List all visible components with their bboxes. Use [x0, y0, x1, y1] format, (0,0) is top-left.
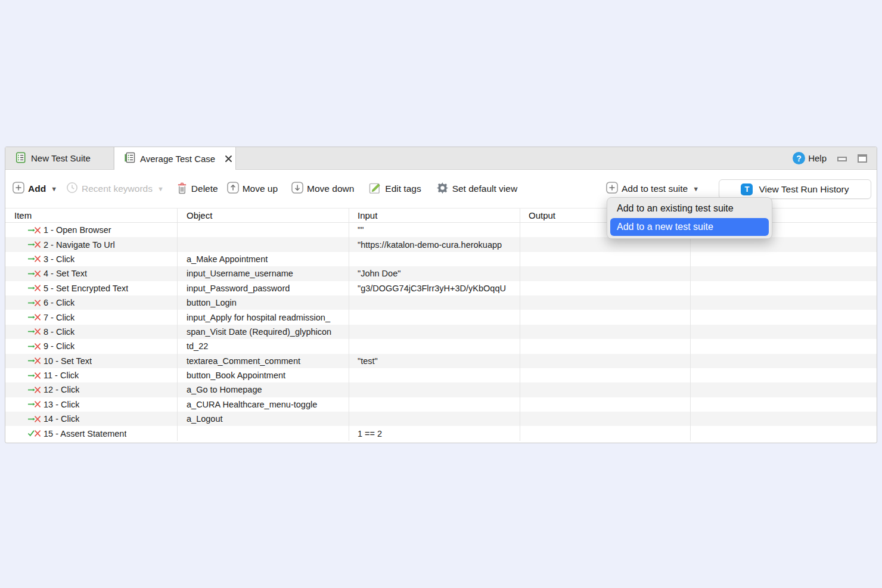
tab-new-test-suite[interactable]: New Test Suite [5, 147, 114, 169]
step-input-cell [349, 412, 520, 426]
tabbar-controls: ? Help [793, 147, 877, 169]
table-row[interactable]: 2 - Navigate To Url"https://katalon-demo… [5, 237, 877, 251]
step-object-cell: button_Book Appointment [178, 368, 349, 382]
step-output-cell [520, 310, 691, 324]
step-output-cell [520, 281, 691, 295]
step-output-cell [520, 295, 691, 310]
step-output-cell [520, 325, 691, 339]
menu-item-add-new-test-suite[interactable]: Add to a new test suite [610, 218, 769, 236]
step-extra-cell [691, 237, 877, 251]
edit-tags-button[interactable]: Edit tags [369, 182, 421, 197]
step-extra-cell [691, 368, 877, 382]
step-extra-cell [691, 252, 877, 266]
step-arrow-x-icon [27, 241, 44, 248]
step-input-cell [349, 368, 520, 382]
table-row[interactable]: 3 - Clicka_Make Appointment [5, 252, 877, 266]
table-row[interactable]: 13 - Clicka_CURA Healthcare_menu-toggle [5, 397, 877, 412]
menu-item-add-existing-test-suite[interactable]: Add to an existing test suite [607, 199, 772, 218]
plus-square-icon [13, 182, 24, 196]
close-tab-icon[interactable] [225, 155, 232, 163]
steps-body: 1 - Open Browser""2 - Navigate To Url"ht… [5, 223, 877, 441]
step-arrow-x-icon [27, 284, 44, 292]
set-default-view-button[interactable]: Set default view [436, 182, 517, 197]
step-extra-cell [691, 281, 877, 295]
step-label: 4 - Set Text [44, 269, 87, 278]
column-header-item: Item [5, 209, 178, 222]
recent-keywords-button[interactable]: Recent keywords ▼ [66, 182, 164, 196]
move-up-button[interactable]: Move up [227, 182, 278, 196]
step-input-cell [349, 325, 520, 339]
step-label: 6 - Click [44, 298, 74, 307]
step-arrow-x-icon [27, 386, 44, 394]
delete-label: Delete [191, 183, 218, 194]
step-extra-cell [691, 339, 877, 353]
step-extra-cell [691, 354, 877, 368]
step-arrow-x-icon [27, 270, 44, 278]
step-item-cell: 9 - Click [5, 339, 178, 353]
step-label: 3 - Click [44, 254, 74, 264]
table-row[interactable]: 7 - Clickinput_Apply for hospital readmi… [5, 310, 877, 324]
step-label: 12 - Click [44, 385, 79, 394]
step-input-cell: "test" [349, 354, 520, 368]
step-object-cell: input_Apply for hospital readmission_ [178, 310, 349, 324]
table-row[interactable]: 11 - Clickbutton_Book Appointment [5, 368, 877, 382]
step-arrow-x-icon [27, 313, 44, 321]
step-label: 14 - Click [44, 414, 79, 424]
table-row[interactable]: 6 - Clickbutton_Login [5, 295, 877, 310]
step-arrow-x-icon [27, 299, 44, 307]
testops-icon: T [741, 183, 753, 195]
step-arrow-x-icon [27, 357, 44, 365]
tab-average-test-case[interactable]: Average Test Case [114, 147, 236, 170]
katalon-editor-window: New Test Suite Average Test Case ? [5, 147, 877, 443]
step-item-cell: 8 - Click [5, 325, 178, 339]
step-arrow-x-icon [27, 400, 44, 408]
step-output-cell [520, 354, 691, 368]
step-object-cell: textarea_Comment_comment [178, 354, 349, 368]
chevron-down-icon: ▼ [692, 185, 699, 192]
table-row[interactable]: 4 - Set Textinput_Username_username"John… [5, 266, 877, 281]
step-output-cell [520, 237, 691, 251]
column-header-input: Input [349, 209, 520, 222]
table-row[interactable]: 5 - Set Encrypted Textinput_Password_pas… [5, 281, 877, 295]
delete-button[interactable]: Delete [176, 182, 218, 197]
step-extra-cell [691, 295, 877, 310]
test-case-icon [124, 152, 135, 165]
add-to-test-suite-label: Add to test suite [622, 183, 688, 194]
step-input-cell: "g3/DOGG74jC3Flrr3yH+3D/yKbOqqU [349, 281, 520, 295]
step-arrow-x-icon [27, 415, 44, 423]
add-button[interactable]: Add ▼ [13, 182, 57, 196]
table-row[interactable]: 12 - Clicka_Go to Homepage [5, 382, 877, 397]
trash-icon [176, 182, 188, 197]
table-row[interactable]: 14 - Clicka_Logout [5, 412, 877, 426]
step-label: 10 - Set Text [44, 356, 92, 366]
pencil-icon [369, 182, 381, 197]
minimize-icon[interactable] [837, 157, 847, 161]
step-output-cell [520, 397, 691, 412]
step-output-cell [520, 252, 691, 266]
move-down-button[interactable]: Move down [291, 182, 354, 196]
move-up-label: Move up [243, 183, 278, 194]
step-output-cell [520, 266, 691, 281]
step-label: 15 - Assert Statement [44, 429, 126, 438]
view-test-run-history-button[interactable]: T View Test Run History [719, 179, 871, 199]
step-item-cell: 15 - Assert Statement [5, 426, 178, 440]
help-icon: ? [793, 152, 805, 164]
arrow-down-square-icon [291, 182, 303, 196]
help-button[interactable]: ? Help [793, 152, 827, 164]
step-object-cell: input_Username_username [178, 266, 349, 281]
step-input-cell [349, 382, 520, 397]
step-extra-cell [691, 412, 877, 426]
table-row[interactable]: 8 - Clickspan_Visit Date (Required)_glyp… [5, 325, 877, 339]
tabbar-spacer [236, 147, 793, 169]
column-header-object: Object [178, 209, 349, 222]
step-item-cell: 6 - Click [5, 295, 178, 310]
maximize-icon[interactable] [858, 154, 867, 163]
step-extra-cell [691, 325, 877, 339]
table-row[interactable]: 10 - Set Texttextarea_Comment_comment"te… [5, 354, 877, 368]
step-arrow-x-icon [27, 328, 44, 335]
table-row[interactable]: 9 - Clicktd_22 [5, 339, 877, 353]
step-input-cell [349, 339, 520, 353]
table-row[interactable]: 15 - Assert Statement1 == 2 [5, 426, 877, 440]
step-object-cell [178, 223, 349, 237]
edit-tags-label: Edit tags [385, 183, 421, 194]
